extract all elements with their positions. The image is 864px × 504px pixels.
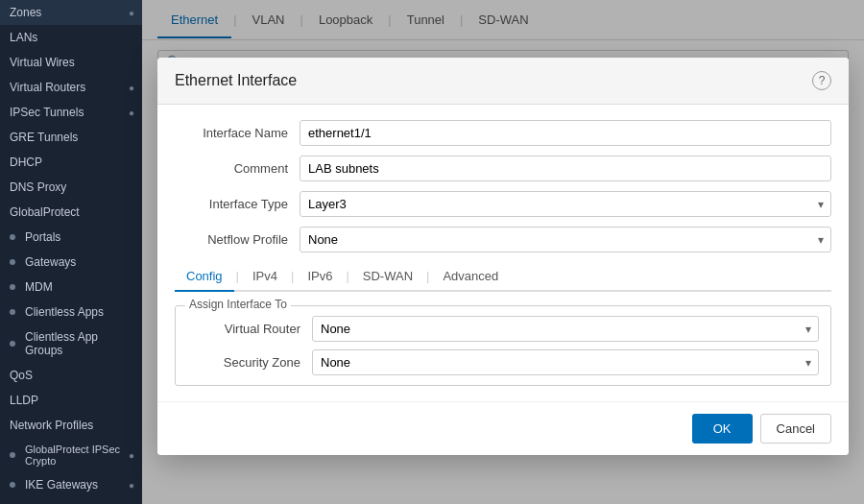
chevron-right-icon: ●: [129, 8, 134, 18]
indent-dot: [10, 284, 15, 290]
interface-type-label: Interface Type: [175, 197, 300, 211]
interface-type-select[interactable]: Layer3 Layer2 Virtual Wire Tap HA Log Ca…: [300, 191, 831, 217]
security-zone-row: Security Zone None: [187, 349, 819, 375]
comment-row: Comment: [175, 156, 831, 181]
sidebar-item-clientless-apps[interactable]: Clientless Apps: [0, 300, 142, 324]
sidebar-item-gp-ipsec-crypto[interactable]: GlobalProtect IPSec Crypto ●: [0, 438, 142, 472]
tab-ipv6[interactable]: IPv6: [296, 262, 344, 292]
sidebar-item-ipsec-crypto[interactable]: IPSec Crypto ●: [0, 497, 142, 504]
indent-dot: [10, 482, 15, 488]
chevron-right-icon: ●: [129, 108, 134, 118]
ethernet-interface-modal: Ethernet Interface ? Interface Name Comm…: [157, 58, 849, 455]
sidebar-item-ipsec-tunnels[interactable]: IPSec Tunnels ●: [0, 100, 142, 125]
sidebar-item-zones[interactable]: Zones ●: [0, 0, 142, 25]
security-zone-select[interactable]: None: [312, 349, 819, 375]
sidebar-item-portals[interactable]: Portals: [0, 225, 142, 250]
interface-name-row: Interface Name: [175, 120, 831, 146]
chevron-right-icon: ●: [129, 450, 134, 461]
modal-body: Interface Name Comment Interface Type La…: [157, 105, 849, 401]
sidebar-item-qos[interactable]: QoS: [0, 363, 142, 388]
sidebar-item-mdm[interactable]: MDM: [0, 275, 142, 300]
assign-interface-section: Assign Interface To Virtual Router None …: [175, 305, 831, 386]
netflow-profile-row: Netflow Profile None: [175, 227, 831, 252]
sidebar-item-network-profiles[interactable]: Network Profiles: [0, 413, 142, 438]
assign-section-title: Assign Interface To: [185, 298, 291, 311]
sidebar-item-virtual-routers[interactable]: Virtual Routers ●: [0, 75, 142, 100]
modal-footer: OK Cancel: [157, 401, 849, 455]
sidebar: Zones ● LANs Virtual Wires Virtual Route…: [0, 0, 142, 504]
sidebar-item-globalprotect[interactable]: GlobalProtect: [0, 200, 142, 225]
netflow-profile-select-wrapper: None: [300, 227, 831, 252]
sidebar-item-lans[interactable]: LANs: [0, 25, 142, 50]
chevron-right-icon: ●: [129, 83, 134, 93]
indent-dot: [10, 234, 15, 240]
comment-label: Comment: [175, 161, 300, 176]
chevron-right-icon: ●: [129, 480, 134, 491]
modal-title: Ethernet Interface: [175, 72, 297, 89]
tab-config[interactable]: Config: [175, 262, 234, 292]
virtual-router-select-wrapper: None: [312, 316, 819, 342]
indent-dot: [10, 452, 15, 458]
modal-overlay: Ethernet Interface ? Interface Name Comm…: [142, 0, 864, 504]
inner-tabs-bar: Config | IPv4 | IPv6 | SD-WAN | Advanced: [175, 262, 831, 292]
tab-advanced[interactable]: Advanced: [431, 262, 510, 292]
tab-ipv4[interactable]: IPv4: [241, 262, 289, 292]
netflow-profile-select[interactable]: None: [300, 227, 831, 252]
virtual-router-select[interactable]: None: [312, 316, 819, 342]
security-zone-select-wrapper: None: [312, 349, 819, 375]
sidebar-item-gateways[interactable]: Gateways: [0, 250, 142, 275]
sidebar-item-lldp[interactable]: LLDP: [0, 388, 142, 413]
ok-button[interactable]: OK: [692, 414, 753, 444]
sidebar-item-dns-proxy[interactable]: DNS Proxy: [0, 175, 142, 200]
sidebar-item-gre-tunnels[interactable]: GRE Tunnels: [0, 125, 142, 150]
security-zone-label: Security Zone: [187, 355, 312, 370]
indent-dot: [10, 341, 15, 347]
tab-sdwan[interactable]: SD-WAN: [351, 262, 424, 292]
interface-name-label: Interface Name: [175, 126, 300, 140]
indent-dot: [10, 309, 15, 315]
cancel-button[interactable]: Cancel: [760, 414, 831, 444]
modal-header: Ethernet Interface ?: [157, 58, 849, 105]
interface-type-row: Interface Type Layer3 Layer2 Virtual Wir…: [175, 191, 831, 217]
help-icon[interactable]: ?: [812, 71, 831, 90]
comment-input[interactable]: [300, 156, 831, 181]
virtual-router-label: Virtual Router: [187, 322, 312, 336]
sidebar-item-clientless-app-groups[interactable]: Clientless App Groups: [0, 324, 142, 363]
virtual-router-row: Virtual Router None: [187, 316, 819, 342]
interface-type-select-wrapper: Layer3 Layer2 Virtual Wire Tap HA Log Ca…: [300, 191, 831, 217]
netflow-profile-label: Netflow Profile: [175, 232, 300, 247]
sidebar-item-dhcp[interactable]: DHCP: [0, 150, 142, 175]
sidebar-item-ike-gateways[interactable]: IKE Gateways ●: [0, 472, 142, 497]
interface-name-input[interactable]: [300, 120, 831, 146]
indent-dot: [10, 259, 15, 265]
sidebar-item-virtual-wires[interactable]: Virtual Wires: [0, 50, 142, 75]
